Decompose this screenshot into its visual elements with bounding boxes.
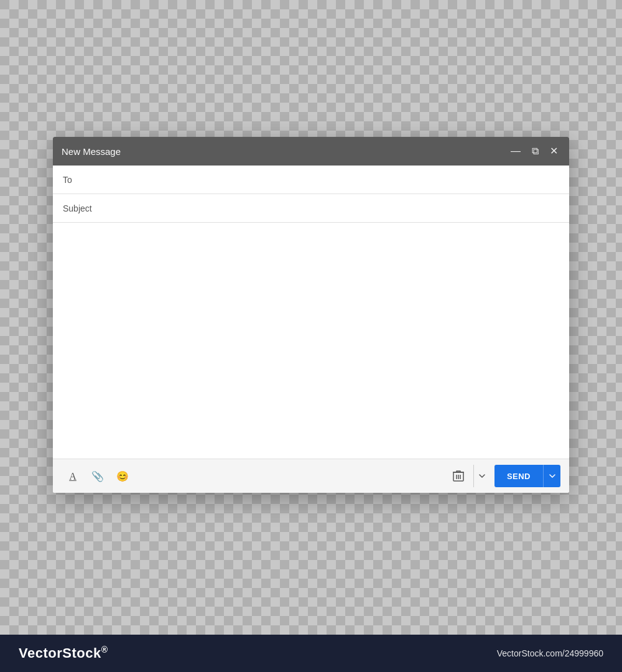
title-bar: New Message — ⧉ ✕	[53, 137, 569, 166]
send-chevron-icon	[549, 474, 555, 478]
send-button-group: SEND	[494, 465, 560, 487]
brand-left: VectorStock®	[19, 645, 108, 661]
to-input[interactable]	[100, 175, 559, 185]
format-text-button[interactable]	[62, 465, 84, 487]
to-field-row: To	[53, 166, 569, 194]
format-text-icon	[69, 470, 77, 483]
more-options-button[interactable]	[473, 465, 491, 487]
registered-mark: ®	[101, 645, 108, 655]
chevron-down-icon	[479, 474, 485, 478]
emoji-icon	[116, 470, 129, 483]
restore-button[interactable]: ⧉	[529, 145, 541, 157]
window-title: New Message	[62, 146, 121, 157]
to-label: To	[63, 175, 100, 185]
close-button[interactable]: ✕	[547, 145, 560, 157]
window-controls: — ⧉ ✕	[508, 145, 560, 157]
attach-button[interactable]	[86, 465, 109, 487]
subject-input[interactable]	[100, 203, 559, 213]
message-body-area	[53, 223, 569, 459]
send-dropdown-button[interactable]	[543, 465, 560, 487]
brand-url: VectorStock.com/24999960	[497, 648, 603, 658]
compose-toolbar: SEND	[53, 459, 569, 493]
minimize-button[interactable]: —	[508, 145, 523, 157]
send-button[interactable]: SEND	[494, 465, 543, 487]
brand-name: VectorStock	[19, 646, 101, 661]
message-body-input[interactable]	[53, 223, 569, 459]
watermark-bar: VectorStock® VectorStock.com/24999960	[0, 635, 622, 672]
subject-label: Subject	[63, 203, 100, 213]
delete-button[interactable]	[447, 465, 470, 487]
subject-field-row: Subject	[53, 194, 569, 223]
compose-window: New Message — ⧉ ✕ To Subject	[53, 137, 569, 493]
emoji-button[interactable]	[111, 465, 134, 487]
attach-icon	[91, 470, 104, 483]
toolbar-right-actions: SEND	[447, 465, 560, 487]
trash-icon	[453, 470, 464, 482]
